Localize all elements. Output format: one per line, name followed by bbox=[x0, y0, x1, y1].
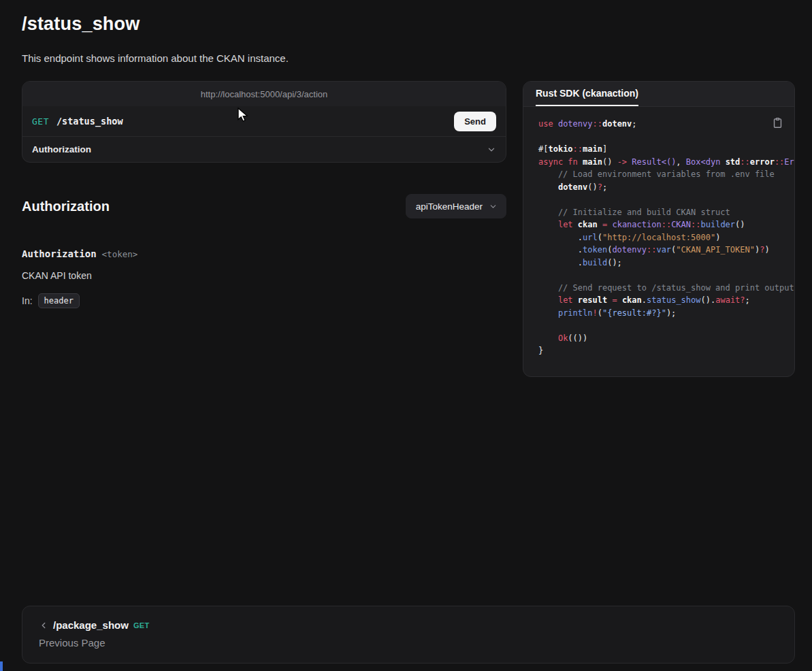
api-reference-page: /status_show This endpoint shows informa… bbox=[0, 0, 812, 671]
base-url-bar[interactable]: http://localhost:5000/api/3/action bbox=[22, 82, 506, 106]
request-path: /status_show bbox=[56, 116, 123, 127]
authorization-collapse-row[interactable]: Authorization bbox=[22, 136, 506, 162]
endpoint-description: This endpoint shows information about th… bbox=[22, 52, 795, 64]
previous-page-title-line: /package_show GET bbox=[39, 619, 778, 631]
chevron-left-icon bbox=[39, 621, 48, 630]
base-url-text: http://localhost:5000/api/3/action bbox=[201, 89, 327, 99]
previous-page-label: Previous Page bbox=[39, 637, 778, 649]
tab-rust-sdk[interactable]: Rust SDK (ckanaction) bbox=[536, 82, 638, 106]
auth-param-description: CKAN API token bbox=[22, 270, 506, 281]
chevron-down-icon bbox=[489, 202, 498, 211]
copy-button[interactable] bbox=[770, 116, 785, 132]
auth-param-name: Authorization bbox=[22, 248, 97, 259]
authorization-row-label: Authorization bbox=[32, 144, 91, 154]
left-column: http://localhost:5000/api/3/action GET /… bbox=[22, 81, 506, 308]
auth-param-type: <token> bbox=[102, 249, 138, 259]
code-body: use dotenvy::dotenv; #[tokio::main]async… bbox=[523, 107, 794, 376]
request-row: GET /status_show Send bbox=[22, 106, 506, 136]
code-block: use dotenvy::dotenv; #[tokio::main]async… bbox=[538, 118, 794, 357]
authorization-header: Authorization apiTokenHeader bbox=[22, 194, 506, 218]
request-card: http://localhost:5000/api/3/action GET /… bbox=[22, 81, 506, 163]
auth-in-label: In: bbox=[22, 295, 33, 306]
main-row: http://localhost:5000/api/3/action GET /… bbox=[22, 81, 795, 377]
security-scheme-select[interactable]: apiTokenHeader bbox=[406, 194, 506, 218]
auth-param-line: Authorization <token> bbox=[22, 248, 506, 259]
right-column: Rust SDK (ckanaction) use dotenvy::doten… bbox=[523, 81, 795, 377]
previous-page-method-badge: GET bbox=[133, 621, 150, 629]
code-sample-panel: Rust SDK (ckanaction) use dotenvy::doten… bbox=[523, 81, 795, 377]
authorization-section: Authorization apiTokenHeader Authorizati… bbox=[22, 194, 506, 308]
http-method-badge: GET bbox=[32, 116, 49, 127]
auth-in-value-badge: header bbox=[38, 293, 80, 308]
authorization-heading: Authorization bbox=[22, 199, 110, 214]
page-title: /status_show bbox=[22, 14, 795, 35]
send-button[interactable]: Send bbox=[454, 112, 496, 131]
code-panel-header: Rust SDK (ckanaction) bbox=[523, 82, 794, 107]
auth-in-row: In: header bbox=[22, 293, 506, 308]
edge-highlight-mark bbox=[0, 661, 3, 671]
chevron-down-icon bbox=[487, 145, 496, 154]
security-scheme-value: apiTokenHeader bbox=[416, 201, 483, 212]
clipboard-icon bbox=[772, 117, 783, 129]
previous-page-title: /package_show bbox=[53, 619, 129, 631]
previous-page-card[interactable]: /package_show GET Previous Page bbox=[22, 606, 795, 664]
